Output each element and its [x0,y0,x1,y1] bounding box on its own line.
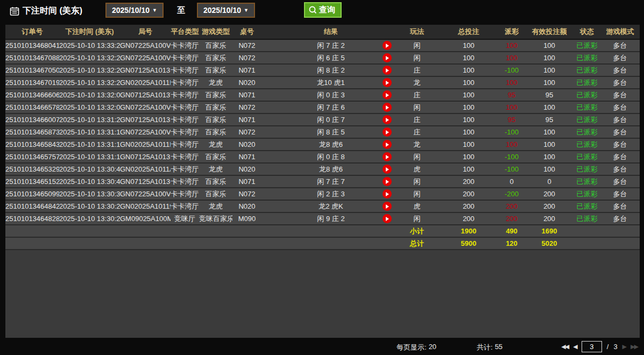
payout-cell: 100 [498,138,525,151]
page-input[interactable] [582,341,602,352]
game-type-cell: 百家乐 [199,188,232,200]
play-icon[interactable] [383,177,392,186]
order-cell: 251010134658734 [5,126,59,138]
total-bet-cell: 100 [439,89,498,101]
result-cell: 闲 7 庄 7 [261,175,379,188]
platform-cell: 卡卡湾厅 [171,89,199,101]
platform-cell: 卡卡湾厅 [171,39,199,52]
payout-cell: 100 [498,76,525,89]
round-cell: GN02025A1011D [120,76,171,89]
bet-type-cell: 闲 [395,188,439,200]
prev-page-icon[interactable]: ◀ [573,343,576,350]
last-page-icon[interactable]: ▶▶ [631,343,638,350]
order-cell: 251010134670889 [5,52,59,64]
bet-time-cell: 2025-10-10 13:30:49 [59,163,120,175]
platform-cell: 卡卡湾厅 [171,138,199,151]
grand-total-label: 总计 [395,237,439,250]
replay-cell [379,52,395,64]
game-type-cell: 百家乐 [199,175,232,188]
round-cell: GN07125A1013R [120,151,171,163]
order-cell: 251010134670193 [5,76,59,89]
subtotal-payout: 490 [498,225,525,237]
platform-cell: 卡卡湾厅 [171,188,199,200]
order-cell: 251010134680417 [5,39,59,52]
result-cell: 闲 2 庄 3 [261,188,379,200]
valid-bet-cell: 100 [525,163,574,175]
footer-bar: 每页显示: 20 共计: 55 ◀◀ ◀ / 3 ▶ ▶▶ [0,338,644,355]
valid-bet-cell: 95 [525,89,574,101]
table-no-cell: N072 [232,101,261,113]
header-round: 局号 [120,25,171,39]
table-row: 251010134648421 2025-10-10 13:30:22 GN02… [5,200,640,212]
status-badge: 已派彩 [574,151,600,163]
header-game-type: 游戏类型 [199,25,232,39]
status-badge: 已派彩 [574,101,600,113]
game-type-cell: 龙虎 [199,76,232,89]
header-total-bet: 总投注 [439,25,498,39]
table-header-row: 订单号 下注时间 (美东) 局号 平台类型 游戏类型 桌号 结果 玩法 总投注 … [5,25,640,39]
bet-type-cell: 闲 [395,101,439,113]
platform-cell: 卡卡湾厅 [171,163,199,175]
date-to-select[interactable]: 2025/10/10 ▼ [197,3,255,18]
page-separator: / [607,343,609,351]
search-button[interactable]: 查询 [304,2,342,18]
game-type-cell: 百家乐 [199,64,232,76]
play-icon[interactable] [383,127,392,137]
first-page-icon[interactable]: ◀◀ [561,343,568,350]
bet-type-cell: 庄 [395,113,439,126]
grand-total-row: 总计 5900 120 5020 [5,237,640,250]
game-type-cell: 百家乐 [199,89,232,101]
date-from-select[interactable]: 2025/10/10 ▼ [105,3,164,18]
date-from-value: 2025/10/10 [112,6,150,15]
record-count: 共计: 55 [477,343,503,352]
play-icon[interactable] [383,152,392,161]
bet-type-cell: 龙 [395,76,439,89]
play-icon[interactable] [383,165,392,174]
total-bet-cell: 100 [439,138,498,151]
play-icon[interactable] [383,202,392,211]
game-mode-cell: 多台 [600,200,640,212]
per-page-label: 每页显示: [397,343,427,352]
play-icon[interactable] [383,103,392,112]
status-badge: 已派彩 [574,64,600,76]
order-cell: 251010134666060 [5,89,59,101]
result-cell: 闲 6 庄 5 [261,52,379,64]
table-no-cell: N020 [232,138,261,151]
next-page-icon[interactable]: ▶ [622,343,626,350]
play-icon[interactable] [383,115,392,124]
play-icon[interactable] [383,140,392,149]
valid-bet-cell: 100 [525,138,574,151]
platform-cell: 卡卡湾厅 [171,200,199,212]
bet-type-cell: 庄 [395,126,439,138]
bet-type-cell: 闲 [395,151,439,163]
play-icon[interactable] [383,78,392,87]
game-mode-cell: 多台 [600,89,640,101]
order-cell: 251010134648421 [5,200,59,212]
game-mode-cell: 多台 [600,113,640,126]
total-bet-cell: 100 [439,126,498,138]
header-result: 结果 [261,25,379,39]
order-cell: 251010134670508 [5,64,59,76]
order-cell: 251010134650997 [5,188,59,200]
play-icon[interactable] [383,189,392,198]
order-cell: 251010134648289 [5,212,59,225]
page-title-group: 下注时间 (美东) [10,5,82,17]
valid-bet-cell: 200 [525,188,574,200]
play-icon[interactable] [383,41,392,50]
play-icon[interactable] [383,90,392,100]
replay-cell [379,113,395,126]
table-no-cell: N020 [232,200,261,212]
replay-cell [379,126,395,138]
play-icon[interactable] [383,66,392,75]
date-to-value: 2025/10/10 [203,6,241,15]
play-icon[interactable] [383,214,392,223]
play-icon[interactable] [383,53,392,62]
round-cell: GN07225A100VO [120,126,171,138]
subtotal-valid-bet: 1690 [525,225,574,237]
bet-type-cell: 龙 [395,138,439,151]
replay-cell [379,89,395,101]
round-cell: GN07125A1013T [120,89,171,101]
bet-type-cell: 闲 [395,39,439,52]
bet-time-cell: 2025-10-10 13:30:40 [59,175,120,188]
subtotal-row: 小计 1900 490 1690 [5,225,640,237]
